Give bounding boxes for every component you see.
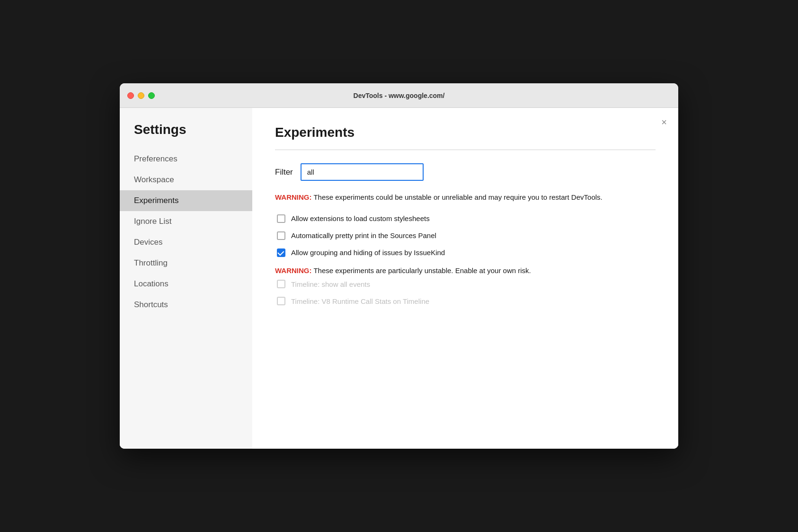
checkbox-grouping-issues-label: Allow grouping and hiding of issues by I… — [291, 248, 445, 257]
sidebar-item-workspace[interactable]: Workspace — [120, 169, 252, 190]
warning-2-prefix: WARNING: — [275, 266, 312, 275]
close-button[interactable] — [127, 92, 134, 99]
filter-label: Filter — [275, 168, 293, 177]
filter-input[interactable] — [301, 163, 424, 181]
checkbox-timeline-events-input[interactable] — [277, 280, 285, 288]
warning-block-2: WARNING: These experiments are particula… — [275, 266, 656, 276]
checkbox-timeline-events-label: Timeline: show all events — [291, 280, 370, 288]
checkbox-pretty-print: Automatically pretty print in the Source… — [275, 231, 656, 240]
checkbox-timeline-events: Timeline: show all events — [275, 280, 656, 288]
warning-2-text: These experiments are particularly unsta… — [312, 266, 531, 275]
titlebar: DevTools - www.google.com/ — [120, 83, 678, 108]
window-body: Settings Preferences Workspace Experimen… — [120, 108, 678, 449]
sidebar-item-shortcuts[interactable]: Shortcuts — [120, 294, 252, 315]
filter-row: Filter — [275, 163, 656, 181]
checkbox-allow-extensions-input[interactable] — [277, 214, 285, 223]
sidebar-item-experiments[interactable]: Experiments — [120, 190, 252, 211]
checkbox-timeline-v8: Timeline: V8 Runtime Call Stats on Timel… — [275, 297, 656, 305]
checkbox-timeline-v8-input[interactable] — [277, 297, 285, 305]
sidebar-item-preferences[interactable]: Preferences — [120, 149, 252, 169]
sidebar: Settings Preferences Workspace Experimen… — [120, 108, 252, 449]
settings-heading: Settings — [120, 122, 252, 149]
warning-1-text: These experiments could be unstable or u… — [312, 193, 603, 201]
checkbox-allow-extensions-label: Allow extensions to load custom styleshe… — [291, 214, 430, 222]
minimize-button[interactable] — [138, 92, 144, 99]
warning-1-prefix: WARNING: — [275, 193, 312, 201]
warning-block-1: WARNING: These experiments could be unst… — [275, 192, 656, 203]
maximize-button[interactable] — [148, 92, 155, 99]
page-title: Experiments — [275, 125, 656, 140]
window-title: DevTools - www.google.com/ — [354, 92, 445, 99]
sidebar-item-throttling[interactable]: Throttling — [120, 253, 252, 274]
checkbox-allow-extensions: Allow extensions to load custom styleshe… — [275, 214, 656, 223]
devtools-window: DevTools - www.google.com/ Settings Pref… — [120, 83, 678, 449]
checkbox-pretty-print-label: Automatically pretty print in the Source… — [291, 231, 436, 239]
main-content: × Experiments Filter WARNING: These expe… — [252, 108, 678, 449]
checkbox-pretty-print-input[interactable] — [277, 231, 285, 240]
sidebar-item-locations[interactable]: Locations — [120, 274, 252, 294]
close-settings-button[interactable]: × — [661, 117, 667, 127]
checkbox-timeline-v8-label: Timeline: V8 Runtime Call Stats on Timel… — [291, 297, 429, 305]
title-divider — [275, 150, 656, 150]
checkbox-grouping-issues: Allow grouping and hiding of issues by I… — [275, 248, 656, 257]
sidebar-item-ignore-list[interactable]: Ignore List — [120, 211, 252, 232]
sidebar-item-devices[interactable]: Devices — [120, 232, 252, 253]
traffic-lights — [127, 92, 155, 99]
checkbox-grouping-issues-input[interactable] — [277, 248, 285, 257]
